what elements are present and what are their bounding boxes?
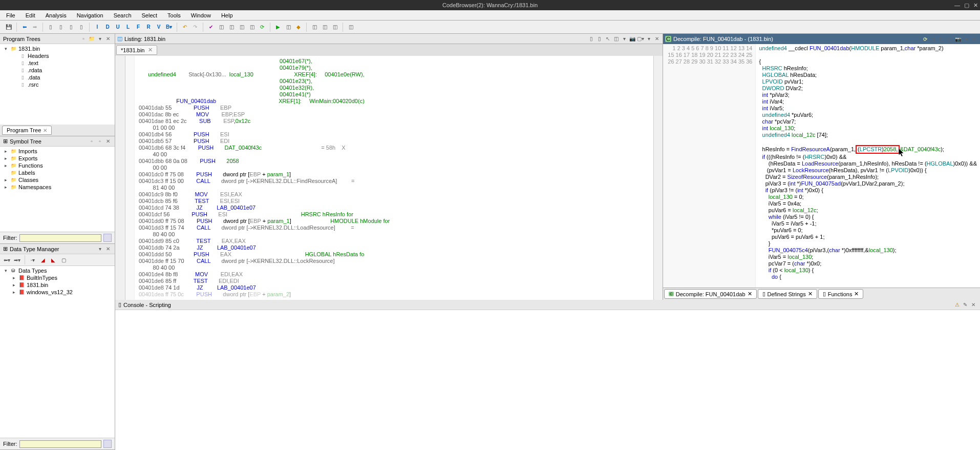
tool-icon[interactable]: ◫ bbox=[217, 23, 226, 32]
panel-icon[interactable]: ▫ bbox=[88, 138, 95, 145]
listing-content[interactable]: 00401e67(*), 00401e79(*), undefined4 Sta… bbox=[135, 56, 653, 300]
play-icon[interactable]: ▶ bbox=[273, 23, 283, 32]
stop-icon[interactable]: ◆ bbox=[294, 23, 303, 32]
tree-item[interactable]: ▯.text bbox=[1, 59, 114, 67]
tree-item[interactable]: 📁Labels bbox=[1, 169, 114, 176]
back-icon[interactable]: ⬅▾ bbox=[2, 255, 11, 264]
close-icon[interactable]: ✕ bbox=[748, 291, 752, 297]
close-icon[interactable]: ✕ bbox=[970, 301, 977, 309]
listing-tab[interactable]: *1831.bin✕ bbox=[116, 45, 157, 55]
expand-icon[interactable]: ▸ bbox=[3, 149, 8, 154]
cursor-icon[interactable]: ↖ bbox=[604, 35, 611, 43]
tree-item[interactable]: ▯Headers bbox=[1, 52, 114, 59]
tool-icon[interactable]: ◫ bbox=[310, 23, 319, 32]
panel-icon[interactable]: ▾ bbox=[96, 35, 103, 43]
filter-input[interactable] bbox=[19, 234, 102, 242]
panel-icon[interactable]: ▯ bbox=[930, 35, 937, 43]
tree-item[interactable]: ▸📕1831.bin bbox=[1, 281, 114, 289]
save-icon[interactable]: 💾 bbox=[4, 23, 13, 32]
expand-icon[interactable]: ▸ bbox=[3, 185, 8, 190]
tab-defined-strings[interactable]: ▯Defined Strings✕ bbox=[758, 289, 817, 299]
tree-item[interactable]: ▯.rdata bbox=[1, 67, 114, 74]
close-icon[interactable]: ✕ bbox=[854, 291, 859, 297]
tool-icon[interactable]: ◫ bbox=[247, 23, 257, 32]
tool-icon[interactable]: ▯ bbox=[56, 23, 66, 32]
tree-item[interactable]: ▸📁Functions bbox=[1, 162, 114, 169]
tool-icon[interactable]: ◫ bbox=[320, 23, 329, 32]
tab-functions[interactable]: ▯Functions✕ bbox=[818, 289, 864, 299]
tab-decompile[interactable]: CDecompile: FUN_00401dab✕ bbox=[664, 289, 757, 299]
undo-icon[interactable]: ↶ bbox=[180, 23, 189, 32]
letter-icon[interactable]: U bbox=[113, 23, 122, 32]
tool-icon[interactable]: ◫ bbox=[284, 23, 293, 32]
close-icon[interactable]: ✕ bbox=[104, 35, 112, 43]
panel-icon[interactable]: ▯ bbox=[588, 35, 595, 43]
panel-icon[interactable]: ◫ bbox=[938, 35, 945, 43]
folder-icon[interactable]: 📁 bbox=[88, 35, 95, 43]
close-icon[interactable]: ✕ bbox=[808, 291, 813, 297]
console-body[interactable] bbox=[115, 310, 980, 450]
filter-button[interactable] bbox=[103, 234, 112, 242]
menu-search[interactable]: Search bbox=[112, 11, 134, 19]
redo-icon[interactable]: ↷ bbox=[190, 23, 200, 32]
tool-icon[interactable]: ◫ bbox=[237, 23, 246, 32]
tree-item[interactable]: ▯.rsrc bbox=[1, 81, 114, 88]
camera-icon[interactable]: 📷 bbox=[629, 35, 636, 43]
back-icon[interactable]: ⬅ bbox=[20, 23, 29, 32]
expand-icon[interactable]: ▸ bbox=[11, 275, 16, 280]
expand-icon[interactable]: ▾ bbox=[3, 268, 8, 273]
camera-icon[interactable]: 📷 bbox=[954, 35, 962, 43]
close-icon[interactable]: ✕ bbox=[148, 47, 153, 53]
tool-icon[interactable]: ◣ bbox=[49, 255, 58, 264]
program-tree-tab[interactable]: Program Tree✕ bbox=[2, 126, 52, 135]
tree-item[interactable]: ▸📁Exports bbox=[1, 155, 114, 162]
menu-select[interactable]: Select bbox=[140, 11, 160, 19]
expand-icon[interactable]: ▸ bbox=[3, 156, 8, 161]
letter-icon[interactable]: D bbox=[103, 23, 112, 32]
menu-edit[interactable]: Edit bbox=[24, 11, 37, 19]
expand-icon[interactable]: ▾ bbox=[3, 46, 8, 51]
panel-icon[interactable]: ▫ bbox=[80, 35, 87, 43]
tool-icon[interactable]: ◫ bbox=[330, 23, 339, 32]
menu-help[interactable]: Help bbox=[219, 11, 235, 19]
close-icon[interactable]: ✕ bbox=[653, 35, 661, 43]
letter-icon[interactable]: F bbox=[134, 23, 143, 32]
forward-icon[interactable]: ➡▾ bbox=[12, 255, 22, 264]
tree-root[interactable]: ▾⛁Data Types bbox=[1, 267, 114, 274]
chevron-down-icon[interactable]: ▾ bbox=[96, 246, 103, 253]
decompile-content[interactable]: undefined4 __cdecl FUN_00401dab(HMODULE … bbox=[756, 44, 980, 288]
scrollbar[interactable] bbox=[653, 56, 663, 300]
tree-item[interactable]: ▸📁Namespaces bbox=[1, 183, 114, 191]
tool-icon[interactable]: ▯ bbox=[67, 23, 76, 32]
menu-analysis[interactable]: Analysis bbox=[44, 11, 69, 19]
letter-icon[interactable]: B▾ bbox=[164, 23, 174, 32]
close-icon[interactable]: ✕ bbox=[104, 138, 112, 145]
minimize-icon[interactable]: — bbox=[954, 2, 960, 9]
panel-icon[interactable]: ▾ bbox=[621, 35, 628, 43]
tree-item[interactable]: ▯.data bbox=[1, 74, 114, 81]
letter-icon[interactable]: I bbox=[93, 23, 102, 32]
menu-file[interactable]: File bbox=[4, 11, 17, 19]
refresh-icon[interactable]: ⟳ bbox=[258, 23, 267, 32]
filter-button[interactable] bbox=[103, 440, 112, 448]
close-icon[interactable]: ✕ bbox=[973, 2, 978, 9]
panel-icon[interactable]: ✎ bbox=[962, 301, 969, 309]
filter-input[interactable] bbox=[19, 440, 102, 448]
tree-item[interactable]: ▸📁Classes bbox=[1, 176, 114, 183]
panel-icon[interactable]: ▫ bbox=[96, 138, 103, 145]
close-icon[interactable]: ✕ bbox=[971, 35, 978, 43]
tool-icon[interactable]: ◢ bbox=[38, 255, 48, 264]
panel-icon[interactable]: ▢▾ bbox=[637, 35, 644, 43]
tool-icon[interactable]: ▯ bbox=[77, 23, 86, 32]
letter-icon[interactable]: V bbox=[154, 23, 163, 32]
expand-icon[interactable]: ▸ bbox=[3, 163, 8, 168]
panel-icon[interactable]: ▯ bbox=[596, 35, 603, 43]
maximize-icon[interactable]: ▢ bbox=[964, 2, 969, 9]
tool-icon[interactable]: ◫ bbox=[227, 23, 236, 32]
close-icon[interactable]: ✕ bbox=[43, 128, 47, 133]
letter-icon[interactable]: R bbox=[144, 23, 153, 32]
tool-icon[interactable]: ◫ bbox=[346, 23, 355, 32]
panel-icon[interactable]: ▾ bbox=[645, 35, 652, 43]
refresh-icon[interactable]: ⟳ bbox=[922, 35, 929, 43]
panel-icon[interactable]: ▾ bbox=[963, 35, 970, 43]
